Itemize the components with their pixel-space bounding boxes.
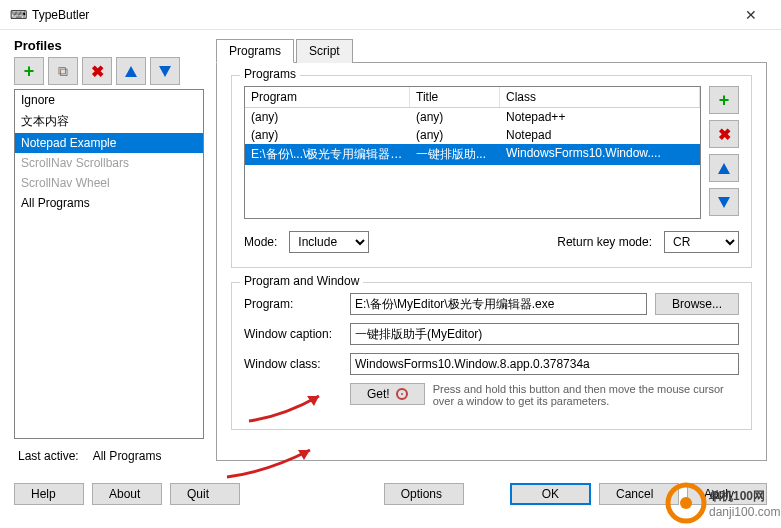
list-item[interactable]: ScrollNav Wheel bbox=[15, 173, 203, 193]
program-window-title: Program and Window bbox=[240, 274, 363, 288]
add-program-button[interactable]: + bbox=[709, 86, 739, 114]
help-button[interactable]: Help bbox=[14, 483, 84, 505]
plus-icon: + bbox=[719, 90, 730, 111]
window-class-input[interactable] bbox=[350, 353, 739, 375]
add-profile-button[interactable]: + bbox=[14, 57, 44, 85]
list-item[interactable]: All Programs bbox=[15, 193, 203, 213]
delete-program-button[interactable]: ✖ bbox=[709, 120, 739, 148]
last-active-label: Last active: bbox=[18, 449, 79, 463]
last-active-value: All Programs bbox=[93, 449, 162, 463]
get-button[interactable]: Get! bbox=[350, 383, 425, 405]
svg-text:单机100网: 单机100网 bbox=[708, 489, 765, 503]
programs-side-buttons: + ✖ bbox=[709, 86, 739, 219]
profiles-list[interactable]: Ignore 文本内容 Notepad Example ScrollNav Sc… bbox=[14, 89, 204, 439]
program-input[interactable] bbox=[350, 293, 647, 315]
window-title: TypeButler bbox=[32, 8, 731, 22]
target-icon bbox=[396, 388, 408, 400]
about-button[interactable]: About bbox=[92, 483, 162, 505]
list-item[interactable]: ScrollNav Scrollbars bbox=[15, 153, 203, 173]
get-description: Press and hold this button and then move… bbox=[433, 383, 739, 407]
window-class-label: Window class: bbox=[244, 357, 342, 371]
return-key-mode-select[interactable]: CR bbox=[664, 231, 739, 253]
table-row[interactable]: (any) (any) Notepad bbox=[245, 126, 700, 144]
move-up-program-button[interactable] bbox=[709, 154, 739, 182]
list-item[interactable]: Notepad Example bbox=[15, 133, 203, 153]
arrow-down-icon bbox=[718, 197, 730, 208]
last-active: Last active: All Programs bbox=[14, 439, 204, 473]
arrow-up-icon bbox=[718, 163, 730, 174]
window-caption-input[interactable] bbox=[350, 323, 739, 345]
mode-label: Mode: bbox=[244, 235, 277, 249]
browse-button[interactable]: Browse... bbox=[655, 293, 739, 315]
arrow-up-icon bbox=[125, 66, 137, 77]
table-row[interactable]: E:\备份\...\极光专用编辑器.exe 一键排版助... WindowsFo… bbox=[245, 144, 700, 165]
watermark-logo: 单机100网 danji100.com bbox=[661, 478, 781, 528]
program-window-group: Program and Window Program: Browse... Wi… bbox=[231, 282, 752, 430]
copy-icon: ⧉ bbox=[58, 63, 68, 80]
x-icon: ✖ bbox=[91, 62, 104, 81]
col-program[interactable]: Program bbox=[245, 87, 410, 107]
programs-table[interactable]: Program Title Class (any) (any) Notepad+… bbox=[244, 86, 701, 219]
list-item[interactable]: 文本内容 bbox=[15, 110, 203, 133]
move-down-profile-button[interactable] bbox=[150, 57, 180, 85]
profiles-pane: Profiles + ⧉ ✖ Ignore 文本内容 Notepad Examp… bbox=[14, 38, 204, 473]
programs-group-title: Programs bbox=[240, 67, 300, 81]
arrow-down-icon bbox=[159, 66, 171, 77]
tabs: Programs Script bbox=[216, 38, 767, 63]
ok-button[interactable]: OK bbox=[510, 483, 591, 505]
col-class[interactable]: Class bbox=[500, 87, 700, 107]
return-key-mode-label: Return key mode: bbox=[557, 235, 652, 249]
window-caption-label: Window caption: bbox=[244, 327, 342, 341]
options-button[interactable]: Options bbox=[384, 483, 464, 505]
titlebar: ⌨ TypeButler ✕ bbox=[0, 0, 781, 30]
profiles-toolbar: + ⧉ ✖ bbox=[14, 57, 204, 85]
tab-script[interactable]: Script bbox=[296, 39, 353, 63]
app-icon: ⌨ bbox=[10, 7, 26, 23]
table-header: Program Title Class bbox=[245, 87, 700, 108]
tab-programs[interactable]: Programs bbox=[216, 39, 294, 63]
svg-text:danji100.com: danji100.com bbox=[709, 505, 780, 519]
program-label: Program: bbox=[244, 297, 342, 311]
col-title[interactable]: Title bbox=[410, 87, 500, 107]
table-row[interactable]: (any) (any) Notepad++ bbox=[245, 108, 700, 126]
svg-point-3 bbox=[680, 497, 692, 509]
plus-icon: + bbox=[24, 61, 35, 82]
main-pane: Programs Script Programs Program Title C… bbox=[216, 38, 767, 473]
move-up-profile-button[interactable] bbox=[116, 57, 146, 85]
delete-profile-button[interactable]: ✖ bbox=[82, 57, 112, 85]
copy-profile-button[interactable]: ⧉ bbox=[48, 57, 78, 85]
quit-button[interactable]: Quit bbox=[170, 483, 240, 505]
programs-group: Programs Program Title Class (any) (any) bbox=[231, 75, 752, 268]
list-item[interactable]: Ignore bbox=[15, 90, 203, 110]
profiles-heading: Profiles bbox=[14, 38, 204, 53]
move-down-program-button[interactable] bbox=[709, 188, 739, 216]
mode-select[interactable]: Include bbox=[289, 231, 369, 253]
x-icon: ✖ bbox=[718, 125, 731, 144]
close-icon[interactable]: ✕ bbox=[731, 7, 771, 23]
